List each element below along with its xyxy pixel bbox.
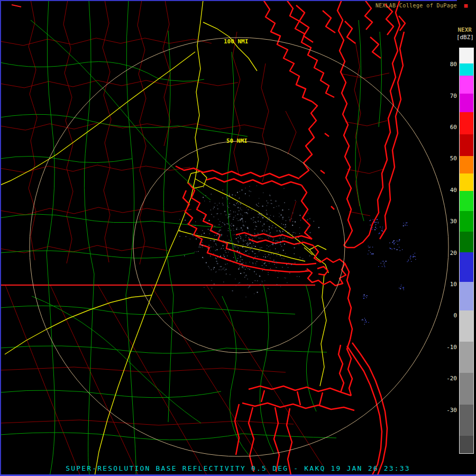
colorbar-segment: [460, 310, 473, 342]
colorbar-segment: [460, 373, 473, 404]
colorbar-unit: [dBZ]: [456, 34, 474, 41]
colorbar-tick-label: 50: [450, 155, 457, 162]
colorbar-tick-label: 70: [450, 93, 457, 100]
colorbar-segment: [460, 156, 473, 173]
colorbar-segment: [460, 191, 473, 212]
colorbar-tick-label: 40: [450, 187, 457, 194]
colorbar-tick-label: 20: [450, 250, 457, 257]
left-border-line: [0, 0, 1, 476]
colorbar-tick-label: 80: [450, 61, 457, 68]
range-rings: [30, 38, 448, 456]
colorbar-segment: [460, 112, 473, 134]
county-boundaries: [0, 0, 389, 476]
range-ring-50nmi: [133, 141, 345, 353]
road-network: [0, 0, 382, 476]
colorbar-segment: [460, 405, 473, 436]
cod-logo-icon: ▩: [464, 2, 468, 9]
colorbar-segment: [460, 63, 473, 76]
colorbar-tick-label: 30: [450, 218, 457, 225]
coastline: [176, 0, 405, 475]
colorbar-segment: [460, 76, 473, 93]
map-canvas: 50 NMI 100 NMI: [0, 0, 476, 476]
colorbar-segment: [460, 252, 473, 282]
colorbar-segment: [460, 173, 473, 191]
colorbar-tick-label: -10: [446, 344, 457, 351]
radar-display: 50 NMI 100 NMI NEXLAB-College of DuPage …: [0, 0, 476, 476]
range-ring-100nmi: [30, 38, 448, 456]
colorbar-segment: [460, 342, 473, 373]
attribution-text: NEXLAB-College of DuPage: [376, 3, 457, 8]
colorbar-tick-label: 10: [450, 281, 457, 288]
colorbar-segment: [460, 48, 473, 63]
colorbar-tick-label: 60: [450, 124, 457, 131]
colorbar: [459, 48, 474, 454]
top-border-line: [0, 0, 457, 1]
status-bar-text: SUPER-RESOLUTION BASE REFLECTIVITY 0.5 D…: [0, 464, 476, 472]
colorbar-segment: [460, 94, 473, 113]
colorbar-segment: [460, 211, 473, 232]
colorbar-tick-label: 0: [453, 312, 457, 319]
range-ring-label-100: 100 NMI: [224, 38, 248, 45]
range-ring-label-50: 50 NMI: [226, 138, 248, 144]
colorbar-tick-label: -20: [446, 375, 457, 382]
colorbar-tick-label: -30: [446, 407, 457, 414]
colorbar-title: NEXR: [458, 26, 472, 33]
colorbar-segment: [460, 436, 473, 453]
colorbar-segment: [460, 134, 473, 157]
colorbar-segment: [460, 232, 473, 252]
colorbar-segment: [460, 282, 473, 310]
